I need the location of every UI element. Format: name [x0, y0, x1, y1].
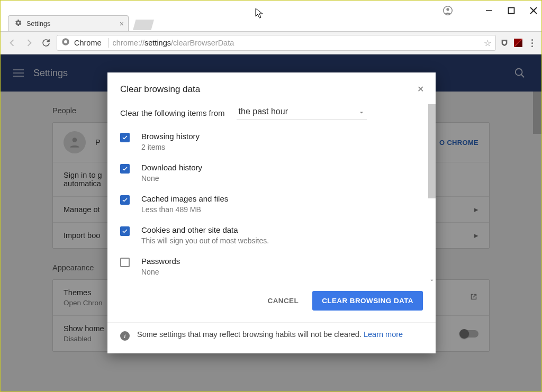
divider [108, 38, 109, 48]
tab-close-icon[interactable]: × [120, 20, 124, 28]
time-range-select[interactable]: the past hour [237, 105, 367, 120]
checkbox-row-download-history[interactable]: Download historyNone [120, 163, 423, 183]
checkbox-icon[interactable] [120, 195, 130, 205]
checkbox-label: Cookies and other site data [141, 225, 269, 234]
checkbox-label: Download history [141, 163, 202, 172]
time-range-value: the past hour [239, 107, 288, 116]
checkbox-sub: This will sign you out of most websites. [141, 236, 269, 245]
reload-button[interactable] [40, 37, 52, 49]
info-icon: i [120, 331, 130, 341]
checkbox-label: Cached images and files [141, 194, 228, 203]
checkbox-sub: None [141, 174, 202, 183]
minimize-button[interactable] [485, 7, 493, 14]
time-range-label: Clear the following items from [120, 108, 225, 117]
learn-more-link[interactable]: Learn more [364, 330, 403, 339]
svg-point-1 [446, 8, 449, 11]
checkbox-row-cached-images[interactable]: Cached images and filesLess than 489 MB [120, 194, 423, 214]
clear-browsing-data-dialog: Clear browsing data ✕ Clear the followin… [107, 72, 436, 353]
extension-icon[interactable] [514, 39, 522, 47]
tab-strip: Settings × [1, 13, 541, 31]
checkbox-icon[interactable] [120, 226, 130, 236]
checkbox-label: Browsing history [141, 132, 200, 141]
scroll-thumb[interactable] [428, 104, 436, 198]
window-titlebar [1, 1, 541, 13]
ublock-icon[interactable] [500, 39, 509, 47]
chrome-indicator-icon [61, 38, 70, 48]
checkbox-row-browsing-history[interactable]: Browsing history2 items [120, 132, 423, 151]
address-bar[interactable]: Chrome chrome://settings/clearBrowserDat… [57, 35, 496, 51]
back-button[interactable] [6, 37, 19, 49]
url-text: chrome://settings/clearBrowserData [113, 39, 234, 47]
svg-rect-3 [509, 8, 514, 14]
new-tab-button[interactable] [133, 20, 154, 30]
bookmark-star-icon[interactable]: ☆ [484, 38, 491, 48]
forward-button[interactable] [23, 37, 35, 49]
checkbox-label: Passwords [141, 257, 180, 266]
checkbox-sub: None [141, 268, 180, 276]
checkbox-sub: 2 items [141, 143, 200, 151]
chrome-label: Chrome [74, 39, 102, 47]
close-icon[interactable]: ✕ [417, 84, 424, 94]
checkbox-sub: Less than 489 MB [141, 205, 228, 214]
dialog-title: Clear browsing data [120, 84, 200, 95]
gear-icon [14, 19, 22, 29]
svg-rect-9 [504, 43, 504, 45]
checkbox-icon[interactable] [120, 164, 130, 174]
chevron-down-icon [358, 108, 365, 118]
svg-point-7 [64, 40, 67, 43]
browser-toolbar: Chrome chrome://settings/clearBrowserDat… [1, 31, 541, 54]
checkbox-row-passwords[interactable]: PasswordsNone [120, 257, 423, 276]
dialog-note-text: Some settings that may reflect browsing … [137, 330, 403, 339]
maximize-button[interactable] [508, 7, 515, 14]
checkbox-icon[interactable] [120, 258, 130, 267]
clear-browsing-data-button[interactable]: CLEAR BROWSING DATA [312, 291, 423, 311]
close-button[interactable] [530, 7, 537, 14]
profile-icon[interactable] [443, 6, 453, 17]
cursor-icon [255, 8, 265, 22]
checkbox-icon[interactable] [120, 133, 130, 142]
tab-title: Settings [26, 20, 50, 28]
overflow-menu-icon[interactable] [528, 39, 536, 47]
cancel-button[interactable]: CANCEL [264, 291, 303, 310]
checkbox-row-cookies[interactable]: Cookies and other site dataThis will sig… [120, 225, 423, 245]
browser-tab[interactable]: Settings × [8, 15, 129, 31]
dialog-scrollbar[interactable] [428, 104, 436, 284]
scroll-down-icon[interactable] [428, 277, 436, 284]
